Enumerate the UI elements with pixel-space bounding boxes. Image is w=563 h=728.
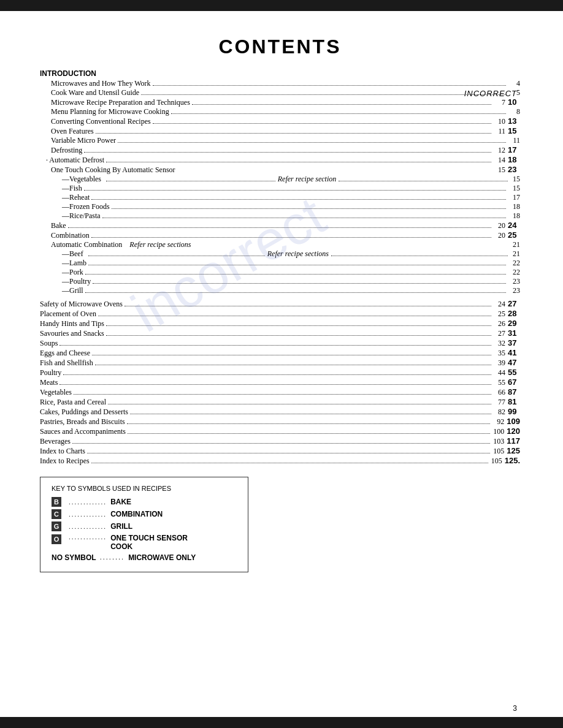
list-item: Safety of Microwave Ovens 24 27 <box>40 299 520 309</box>
list-item: Automatic Combination Refer recipe secti… <box>40 240 520 249</box>
list-item: Fish and Shellfish 39 47 <box>40 358 520 368</box>
list-item: Combination 20 25 <box>40 230 520 240</box>
list-item: Cook Ware and Utensil Guide 5 <box>40 88 520 97</box>
list-item: Defrosting 12 17 <box>40 145 520 155</box>
list-item: Beverages 103 117 <box>40 436 520 446</box>
key-row-nosymbol: NO SYMBOL ........ MICROWAVE ONLY <box>52 553 237 562</box>
intro-header: INTRODUCTION <box>40 69 520 78</box>
list-item: Variable Micro Power 11 <box>40 136 520 145</box>
key-row-combination: C ............. COMBINATION <box>52 509 237 519</box>
list-item: —Fish 15 <box>40 184 520 193</box>
list-item: —Rice/Pasta 18 <box>40 211 520 221</box>
key-row-otsc: O ............. ONE TOUCH SENSORCOOK <box>52 534 237 551</box>
key-row-grill: G ............. GRILL <box>52 521 237 531</box>
list-item: Index to Recipes 105 125. <box>40 456 520 466</box>
page: CONTENTS INCORRECT incorrect INTRODUCTIO… <box>0 0 563 728</box>
list-item: Handy Hints and Tips 26 29 <box>40 319 520 328</box>
combination-badge: C <box>52 509 61 519</box>
list-item: Placement of Oven 25 28 <box>40 309 520 319</box>
handwritten-note: Refer recipe section <box>278 175 337 184</box>
key-to-symbols-box: KEY TO SYMBOLS USED IN RECIPES B .......… <box>40 477 248 572</box>
list-item: —Poultry 23 <box>40 277 520 286</box>
grill-badge: G <box>52 521 61 531</box>
list-item: Vegetables 66 87 <box>40 387 520 397</box>
handwritten-note: Refer recipe sections <box>129 240 191 249</box>
list-item: —Reheat 17 <box>40 193 520 202</box>
list-item: Index to Charts 105 125 <box>40 446 520 456</box>
list-item: Converting Conventional Recipes 10 13 <box>40 116 520 126</box>
list-item: —Lamb 22 <box>40 259 520 268</box>
list-item: —Grill 23 <box>40 286 520 295</box>
list-item: One Touch Cooking By Automatic Sensor 15… <box>40 165 520 175</box>
handwritten-note: Refer recipe sections <box>267 249 329 259</box>
toc-entries: Microwaves and How They Work 4 Cook Ware… <box>40 79 520 466</box>
list-item: Bake 20 24 <box>40 221 520 230</box>
list-item: —Pork 22 <box>40 268 520 277</box>
list-item: Microwaves and How They Work 4 <box>40 79 520 88</box>
list-item: Rice, Pasta and Cereal 77 81 <box>40 397 520 407</box>
list-item: Sauces and Accompaniments 100 120 <box>40 427 520 436</box>
key-row-bake: B ............. BAKE <box>52 497 237 507</box>
list-item: —Beef Refer recipe sections 21 <box>40 249 520 259</box>
list-item: Cakes, Puddings and Desserts 82 99 <box>40 407 520 417</box>
list-item: Soups 32 37 <box>40 338 520 348</box>
bake-badge: B <box>52 497 61 507</box>
list-item: —Frozen Foods 18 <box>40 202 520 211</box>
list-item: Savouries and Snacks 27 31 <box>40 328 520 338</box>
top-bar <box>0 0 563 11</box>
list-item: Poultry 44 55 <box>40 368 520 377</box>
list-item: Eggs and Cheese 35 41 <box>40 348 520 358</box>
key-box-title: KEY TO SYMBOLS USED IN RECIPES <box>52 485 237 492</box>
page-title: CONTENTS <box>40 36 520 58</box>
incorrect-stamp: INCORRECT <box>464 89 517 98</box>
page-number: 3 <box>513 704 517 713</box>
content: CONTENTS INCORRECT incorrect INTRODUCTIO… <box>0 11 563 597</box>
list-item: · Automatic Defrost 14 18 <box>40 155 520 165</box>
list-item: Microwave Recipe Preparation and Techniq… <box>40 97 520 107</box>
list-item: Meats 55 67 <box>40 377 520 387</box>
bottom-bar <box>0 717 563 728</box>
list-item: Oven Features 11 15 <box>40 126 520 136</box>
otsc-badge: O <box>52 534 61 544</box>
list-item: Pastries, Breads and Biscuits 92 109 <box>40 417 520 427</box>
list-item: Menu Planning for Microwave Cooking 8 <box>40 107 520 116</box>
list-item: —Vegetables Refer recipe section 15 <box>40 175 520 184</box>
